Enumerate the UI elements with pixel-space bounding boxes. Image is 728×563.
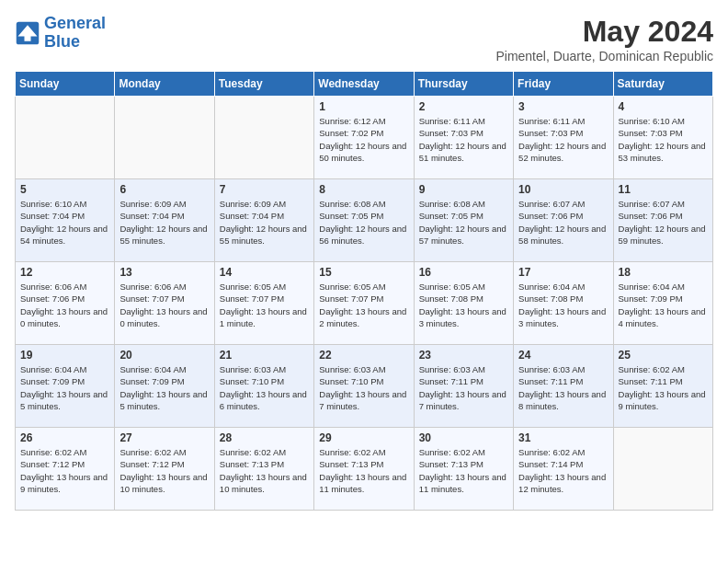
day-info: Sunrise: 6:05 AM Sunset: 7:07 PM Dayligh…: [220, 281, 309, 329]
logo: General Blue: [15, 15, 106, 52]
logo-line1: General: [44, 14, 106, 32]
day-info: Sunrise: 6:08 AM Sunset: 7:05 PM Dayligh…: [319, 198, 408, 247]
day-number: 24: [518, 349, 608, 362]
day-info: Sunrise: 6:08 AM Sunset: 7:05 PM Dayligh…: [419, 198, 508, 247]
day-number: 30: [419, 431, 508, 444]
day-number: 2: [419, 100, 508, 113]
day-info: Sunrise: 6:10 AM Sunset: 7:03 PM Dayligh…: [619, 115, 708, 164]
calendar-day-cell: 6Sunrise: 6:09 AM Sunset: 7:04 PM Daylig…: [115, 179, 214, 262]
calendar-day-cell: 13Sunrise: 6:06 AM Sunset: 7:07 PM Dayli…: [115, 262, 214, 345]
weekday-header-row: SundayMondayTuesdayWednesdayThursdayFrid…: [16, 72, 713, 97]
calendar-day-cell: 19Sunrise: 6:04 AM Sunset: 7:09 PM Dayli…: [16, 345, 115, 428]
day-number: 23: [419, 349, 508, 362]
day-info: Sunrise: 6:03 AM Sunset: 7:10 PM Dayligh…: [319, 363, 408, 412]
day-info: Sunrise: 6:02 AM Sunset: 7:13 PM Dayligh…: [419, 446, 508, 495]
day-info: Sunrise: 6:10 AM Sunset: 7:04 PM Dayligh…: [20, 198, 109, 247]
calendar-day-cell: 16Sunrise: 6:05 AM Sunset: 7:08 PM Dayli…: [414, 262, 513, 345]
day-info: Sunrise: 6:04 AM Sunset: 7:08 PM Dayligh…: [518, 281, 608, 329]
day-number: 6: [119, 183, 209, 196]
calendar-day-cell: [613, 428, 712, 511]
day-number: 1: [319, 100, 408, 113]
calendar-day-cell: 17Sunrise: 6:04 AM Sunset: 7:08 PM Dayli…: [514, 262, 613, 345]
calendar-day-cell: 1Sunrise: 6:12 AM Sunset: 7:02 PM Daylig…: [314, 97, 414, 179]
calendar-week-row: 12Sunrise: 6:06 AM Sunset: 7:06 PM Dayli…: [16, 262, 713, 345]
calendar-day-cell: [16, 97, 115, 179]
day-number: 11: [619, 183, 708, 196]
calendar-day-cell: 10Sunrise: 6:07 AM Sunset: 7:06 PM Dayli…: [514, 179, 613, 262]
calendar-day-cell: 8Sunrise: 6:08 AM Sunset: 7:05 PM Daylig…: [314, 179, 414, 262]
day-info: Sunrise: 6:05 AM Sunset: 7:07 PM Dayligh…: [319, 281, 408, 329]
day-info: Sunrise: 6:02 AM Sunset: 7:12 PM Dayligh…: [119, 446, 209, 495]
day-number: 22: [319, 349, 408, 362]
calendar-day-cell: 5Sunrise: 6:10 AM Sunset: 7:04 PM Daylig…: [16, 179, 115, 262]
day-info: Sunrise: 6:02 AM Sunset: 7:14 PM Dayligh…: [518, 446, 608, 495]
calendar-day-cell: 2Sunrise: 6:11 AM Sunset: 7:03 PM Daylig…: [414, 97, 513, 179]
day-number: 25: [619, 349, 708, 362]
day-number: 10: [518, 183, 608, 196]
day-number: 27: [119, 431, 209, 444]
day-number: 13: [119, 266, 209, 279]
day-info: Sunrise: 6:09 AM Sunset: 7:04 PM Dayligh…: [119, 198, 209, 247]
month-title: May 2024: [495, 15, 713, 49]
logo-icon: [15, 20, 40, 46]
calendar-day-cell: 3Sunrise: 6:11 AM Sunset: 7:03 PM Daylig…: [514, 97, 613, 179]
calendar-day-cell: 15Sunrise: 6:05 AM Sunset: 7:07 PM Dayli…: [314, 262, 414, 345]
calendar-week-row: 26Sunrise: 6:02 AM Sunset: 7:12 PM Dayli…: [16, 428, 713, 511]
calendar-day-cell: [115, 97, 214, 179]
calendar-day-cell: 22Sunrise: 6:03 AM Sunset: 7:10 PM Dayli…: [314, 345, 414, 428]
weekday-header-cell: Friday: [514, 72, 613, 97]
day-info: Sunrise: 6:04 AM Sunset: 7:09 PM Dayligh…: [619, 281, 708, 329]
day-number: 16: [419, 266, 508, 279]
day-info: Sunrise: 6:04 AM Sunset: 7:09 PM Dayligh…: [119, 363, 209, 412]
day-info: Sunrise: 6:06 AM Sunset: 7:07 PM Dayligh…: [119, 281, 209, 329]
day-number: 31: [518, 431, 608, 444]
calendar-day-cell: 25Sunrise: 6:02 AM Sunset: 7:11 PM Dayli…: [613, 345, 712, 428]
logo-text: General Blue: [44, 15, 106, 52]
logo-line2: Blue: [44, 32, 80, 51]
day-info: Sunrise: 6:07 AM Sunset: 7:06 PM Dayligh…: [518, 198, 608, 247]
calendar-day-cell: 29Sunrise: 6:02 AM Sunset: 7:13 PM Dayli…: [314, 428, 414, 511]
calendar-week-row: 5Sunrise: 6:10 AM Sunset: 7:04 PM Daylig…: [16, 179, 713, 262]
day-info: Sunrise: 6:03 AM Sunset: 7:10 PM Dayligh…: [220, 363, 309, 412]
calendar-day-cell: 27Sunrise: 6:02 AM Sunset: 7:12 PM Dayli…: [115, 428, 214, 511]
calendar-body: 1Sunrise: 6:12 AM Sunset: 7:02 PM Daylig…: [16, 97, 713, 511]
calendar-table: SundayMondayTuesdayWednesdayThursdayFrid…: [15, 71, 713, 511]
day-info: Sunrise: 6:09 AM Sunset: 7:04 PM Dayligh…: [220, 198, 309, 247]
calendar-day-cell: 14Sunrise: 6:05 AM Sunset: 7:07 PM Dayli…: [214, 262, 313, 345]
day-info: Sunrise: 6:11 AM Sunset: 7:03 PM Dayligh…: [518, 115, 608, 164]
weekday-header-cell: Sunday: [16, 72, 115, 97]
location-subtitle: Pimentel, Duarte, Dominican Republic: [495, 49, 713, 63]
day-info: Sunrise: 6:02 AM Sunset: 7:11 PM Dayligh…: [619, 363, 708, 412]
calendar-day-cell: [214, 97, 313, 179]
day-info: Sunrise: 6:02 AM Sunset: 7:12 PM Dayligh…: [20, 446, 109, 495]
day-info: Sunrise: 6:03 AM Sunset: 7:11 PM Dayligh…: [419, 363, 508, 412]
calendar-day-cell: 31Sunrise: 6:02 AM Sunset: 7:14 PM Dayli…: [514, 428, 613, 511]
weekday-header-cell: Wednesday: [314, 72, 414, 97]
calendar-day-cell: 11Sunrise: 6:07 AM Sunset: 7:06 PM Dayli…: [613, 179, 712, 262]
day-number: 5: [20, 183, 109, 196]
calendar-day-cell: 18Sunrise: 6:04 AM Sunset: 7:09 PM Dayli…: [613, 262, 712, 345]
day-info: Sunrise: 6:11 AM Sunset: 7:03 PM Dayligh…: [419, 115, 508, 164]
day-number: 18: [619, 266, 708, 279]
calendar-day-cell: 12Sunrise: 6:06 AM Sunset: 7:06 PM Dayli…: [16, 262, 115, 345]
day-number: 28: [220, 431, 309, 444]
calendar-day-cell: 20Sunrise: 6:04 AM Sunset: 7:09 PM Dayli…: [115, 345, 214, 428]
day-number: 4: [619, 100, 708, 113]
calendar-day-cell: 21Sunrise: 6:03 AM Sunset: 7:10 PM Dayli…: [214, 345, 313, 428]
title-block: May 2024 Pimentel, Duarte, Dominican Rep…: [495, 15, 713, 63]
calendar-day-cell: 9Sunrise: 6:08 AM Sunset: 7:05 PM Daylig…: [414, 179, 513, 262]
day-info: Sunrise: 6:06 AM Sunset: 7:06 PM Dayligh…: [20, 281, 109, 329]
day-number: 9: [419, 183, 508, 196]
calendar-day-cell: 26Sunrise: 6:02 AM Sunset: 7:12 PM Dayli…: [16, 428, 115, 511]
day-number: 14: [220, 266, 309, 279]
calendar-day-cell: 23Sunrise: 6:03 AM Sunset: 7:11 PM Dayli…: [414, 345, 513, 428]
weekday-header-cell: Tuesday: [214, 72, 313, 97]
day-number: 12: [20, 266, 109, 279]
day-number: 29: [319, 431, 408, 444]
day-info: Sunrise: 6:05 AM Sunset: 7:08 PM Dayligh…: [419, 281, 508, 329]
calendar-day-cell: 30Sunrise: 6:02 AM Sunset: 7:13 PM Dayli…: [414, 428, 513, 511]
day-number: 19: [20, 349, 109, 362]
day-number: 17: [518, 266, 608, 279]
weekday-header-cell: Thursday: [414, 72, 513, 97]
day-number: 15: [319, 266, 408, 279]
